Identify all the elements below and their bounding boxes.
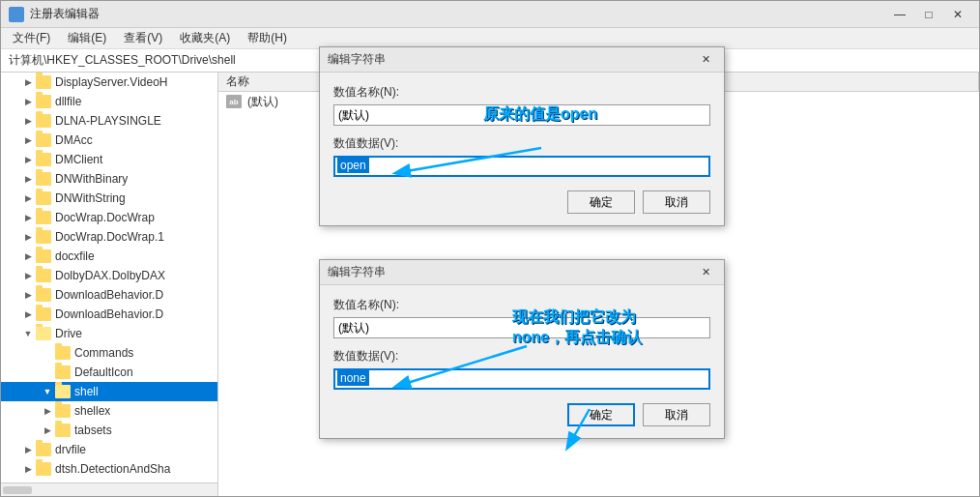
tree-item-tabsets[interactable]: ▶ tabsets <box>1 421 217 440</box>
tree-item-drive[interactable]: ▼ Drive <box>1 324 217 343</box>
tree-item-dmclient[interactable]: ▶ DMClient <box>1 150 217 169</box>
tree-item-downloadbehavior2[interactable]: ▶ DownloadBehavior.D <box>1 305 217 324</box>
dialog-1-name-input[interactable] <box>333 104 710 126</box>
tree-arrow: ▶ <box>20 132 36 148</box>
dialog-1-buttons: 确定 取消 <box>333 190 710 214</box>
dialog-2-ok[interactable]: 确定 <box>567 403 635 426</box>
tree-label: DolbyDAX.DolbyDAX <box>55 269 165 282</box>
folder-icon <box>36 114 51 128</box>
entry-name: (默认) <box>247 94 278 110</box>
dialog-2-data-label: 数值数据(V): <box>333 348 710 365</box>
window-controls: — □ ✕ <box>886 4 971 25</box>
dialog-1: 编辑字符串 ✕ 数值名称(N): 数值数据(V): open 确定 取消 <box>319 46 725 226</box>
folder-icon <box>36 249 51 263</box>
tree-arrow: ▶ <box>20 171 36 187</box>
tree-arrow: ▼ <box>40 384 55 399</box>
tree-item-dnwithbinary[interactable]: ▶ DNWithBinary <box>1 169 217 189</box>
maximize-button[interactable]: □ <box>915 4 942 25</box>
tree-arrow <box>40 345 55 361</box>
menu-edit[interactable]: 编辑(E) <box>60 28 114 48</box>
folder-icon <box>36 133 51 147</box>
tree-item-dnwithstring[interactable]: ▶ DNWithString <box>1 189 217 208</box>
tree-item-docwrap1[interactable]: ▶ DocWrap.DocWrap <box>1 208 217 227</box>
tree-item-dmacc[interactable]: ▶ DMAcc <box>1 131 217 150</box>
dialog-1-titlebar: 编辑字符串 ✕ <box>320 47 724 73</box>
folder-icon <box>36 230 51 244</box>
menu-file[interactable]: 文件(F) <box>5 28 58 48</box>
tree-item-dolbydax[interactable]: ▶ DolbyDAX.DolbyDAX <box>1 266 217 285</box>
folder-icon <box>55 365 71 379</box>
tree-label: Drive <box>55 327 82 340</box>
tree-item-dllfile[interactable]: ▶ dllfile <box>1 92 217 111</box>
tree-label: dtsh.DetectionAndSha <box>55 462 170 476</box>
main-window-title: 注册表编辑器 <box>30 6 100 22</box>
tree-item-docxfile[interactable]: ▶ docxfile <box>1 247 217 266</box>
dialog-1-ok[interactable]: 确定 <box>567 190 635 214</box>
tree-item-dtsh[interactable]: ▶ dtsh.DetectionAndSha <box>1 459 217 479</box>
tree-label: docxfile <box>55 249 95 263</box>
dialog-2-name-input[interactable] <box>333 317 710 338</box>
dialog-1-name-label: 数值名称(N): <box>333 84 710 101</box>
tree-item-docwrap2[interactable]: ▶ DocWrap.DocWrap.1 <box>1 227 217 247</box>
tree-item-dlna[interactable]: ▶ DLNA-PLAYSINGLE <box>1 111 217 131</box>
dialog-2-title: 编辑字符串 <box>328 264 386 280</box>
dialog-1-data-label: 数值数据(V): <box>333 135 710 152</box>
tree-label: DocWrap.DocWrap <box>55 211 155 224</box>
tree-label: DMAcc <box>55 133 93 147</box>
folder-icon <box>36 443 51 456</box>
tree-item-commands[interactable]: Commands <box>1 343 217 363</box>
tree-container[interactable]: ▶ DisplayServer.VideoH ▶ dllfile ▶ DLNA-… <box>1 73 217 482</box>
minimize-button[interactable]: — <box>886 4 913 25</box>
tree-arrow: ▶ <box>20 113 36 129</box>
tree-arrow: ▶ <box>20 210 36 225</box>
tree-label: drvfile <box>55 443 86 456</box>
menu-view[interactable]: 查看(V) <box>116 28 170 48</box>
tree-arrow <box>40 365 55 380</box>
tree-item-downloadbehavior1[interactable]: ▶ DownloadBehavior.D <box>1 285 217 305</box>
dialog-1-cancel[interactable]: 取消 <box>643 190 710 214</box>
dialog-2-body: 数值名称(N): 数值数据(V): none 确定 取消 <box>320 285 724 438</box>
dialog-1-title: 编辑字符串 <box>328 51 386 68</box>
tree-label: Commands <box>74 346 133 360</box>
menu-favorites[interactable]: 收藏夹(A) <box>172 28 238 48</box>
tree-item-shell[interactable]: ▼ shell <box>1 382 217 401</box>
dialog-2-buttons: 确定 取消 <box>333 403 710 426</box>
folder-icon <box>36 462 51 476</box>
tree-label: DNWithBinary <box>55 172 128 186</box>
tree-arrow: ▶ <box>20 94 36 109</box>
folder-icon <box>36 153 51 166</box>
tree-arrow: ▶ <box>20 190 36 206</box>
tree-label: DownloadBehavior.D <box>55 307 163 321</box>
dialog-2-cancel[interactable]: 取消 <box>643 403 710 426</box>
tree-item-defaulticon[interactable]: DefaultIcon <box>1 363 217 382</box>
tree-label: shell <box>74 385 99 398</box>
dialog-2-data-input[interactable] <box>333 368 710 390</box>
tree-item-shellex[interactable]: ▶ shellex <box>1 401 217 421</box>
folder-icon <box>36 95 51 108</box>
tree-label: DisplayServer.VideoH <box>55 75 168 89</box>
folder-icon <box>36 172 51 186</box>
tree-arrow: ▼ <box>20 326 36 341</box>
tree-arrow: ▶ <box>20 307 36 322</box>
tree-item-drvfile[interactable]: ▶ drvfile <box>1 440 217 459</box>
scrollbar-thumb[interactable] <box>3 486 32 494</box>
tree-item-displayserver[interactable]: ▶ DisplayServer.VideoH <box>1 73 217 92</box>
tree-arrow: ▶ <box>20 74 36 90</box>
tree-label: DLNA-PLAYSINGLE <box>55 114 161 128</box>
folder-icon <box>36 288 51 302</box>
tree-arrow: ▶ <box>20 268 36 283</box>
tree-label: DefaultIcon <box>74 365 133 379</box>
tree-panel: ▶ DisplayServer.VideoH ▶ dllfile ▶ DLNA-… <box>1 73 218 496</box>
entry-icon <box>226 95 242 108</box>
tree-hscrollbar[interactable] <box>1 482 217 496</box>
close-button[interactable]: ✕ <box>944 4 971 25</box>
dialog-2-close[interactable]: ✕ <box>695 264 716 281</box>
title-bar-left: 注册表编辑器 <box>9 6 100 22</box>
menu-help[interactable]: 帮助(H) <box>240 28 295 48</box>
tree-label: tabsets <box>74 424 112 437</box>
dialog-1-data-input[interactable] <box>333 156 710 177</box>
tree-label: DNWithString <box>55 191 126 205</box>
tree-label: dllfile <box>55 95 81 108</box>
title-bar: 注册表编辑器 — □ ✕ <box>1 1 979 28</box>
dialog-1-close[interactable]: ✕ <box>695 51 716 69</box>
